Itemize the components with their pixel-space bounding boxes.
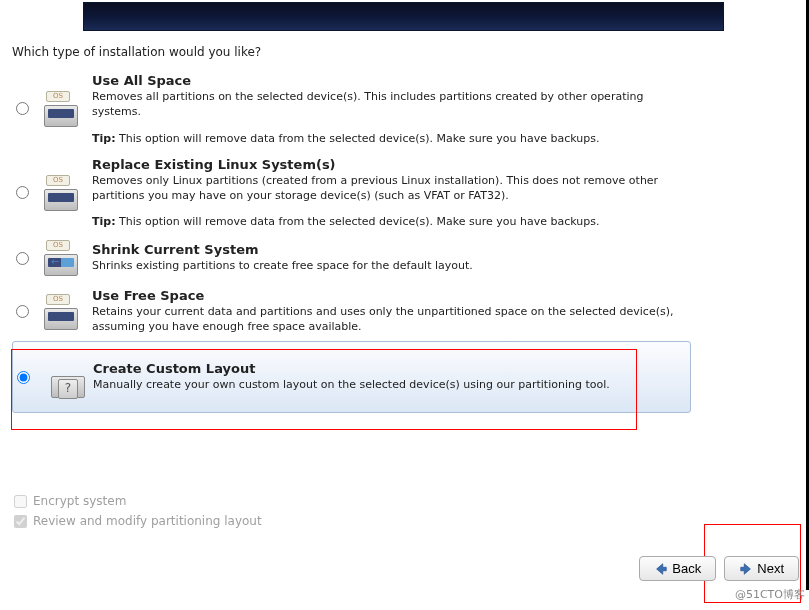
review-check-row: Review and modify partitioning layout [14, 514, 262, 528]
arrow-left-icon [654, 562, 668, 576]
watermark: @51CTO博客 [735, 587, 805, 602]
option-title: Shrink Current System [92, 242, 689, 257]
shrink-drive-icon: OS [44, 240, 78, 276]
radio-cell [13, 371, 33, 384]
icon-cell: OS [36, 240, 86, 276]
option-text: Shrink Current System Shrinks existing p… [92, 242, 689, 274]
drive-icon: OS [44, 91, 78, 127]
option-desc: Manually create your own custom layout o… [93, 378, 680, 393]
bottom-checks: Encrypt system Review and modify partiti… [14, 494, 262, 534]
svg-marker-0 [657, 563, 667, 574]
option-text: Use All Space Removes all partitions on … [92, 73, 689, 145]
option-title: Use Free Space [92, 288, 689, 303]
drive-icon: OS [44, 175, 78, 211]
tip-text: This option will remove data from the se… [119, 215, 599, 228]
option-shrink[interactable]: OS Shrink Current System Shrinks existin… [12, 234, 699, 282]
arrow-right-icon [739, 562, 753, 576]
tip-label: Tip: [92, 132, 116, 145]
question-drive-icon: OS [51, 362, 85, 398]
top-banner [83, 2, 724, 31]
option-text: Create Custom Layout Manually create you… [93, 361, 680, 393]
icon-cell: OS [37, 348, 87, 406]
radio-cell [12, 102, 32, 115]
radio-use-all-space[interactable] [16, 102, 29, 115]
option-text: Replace Existing Linux System(s) Removes… [92, 157, 689, 229]
nav-buttons: Back Next [639, 556, 799, 581]
option-title: Replace Existing Linux System(s) [92, 157, 689, 172]
option-tip: Tip: This option will remove data from t… [92, 215, 689, 228]
next-button[interactable]: Next [724, 556, 799, 581]
tip-text: This option will remove data from the se… [119, 132, 599, 145]
svg-marker-1 [741, 563, 751, 574]
next-label: Next [757, 561, 784, 576]
radio-custom-layout[interactable] [17, 371, 30, 384]
radio-shrink[interactable] [16, 252, 29, 265]
encrypt-label: Encrypt system [33, 494, 126, 508]
installation-question: Which type of installation would you lik… [12, 45, 809, 59]
radio-free-space[interactable] [16, 305, 29, 318]
icon-cell: OS [36, 175, 86, 211]
icon-cell: OS [36, 91, 86, 127]
review-label: Review and modify partitioning layout [33, 514, 262, 528]
install-type-list: OS Use All Space Removes all partitions … [12, 67, 809, 413]
option-desc: Removes all partitions on the selected d… [92, 90, 689, 120]
radio-cell [12, 186, 32, 199]
review-checkbox[interactable] [14, 515, 27, 528]
option-replace-linux[interactable]: OS Replace Existing Linux System(s) Remo… [12, 151, 699, 235]
option-tip: Tip: This option will remove data from t… [92, 132, 689, 145]
option-desc: Retains your current data and partitions… [92, 305, 689, 335]
encrypt-checkbox[interactable] [14, 495, 27, 508]
option-desc: Removes only Linux partitions (created f… [92, 174, 689, 204]
option-free-space[interactable]: OS Use Free Space Retains your current d… [12, 282, 699, 341]
icon-cell: OS [36, 294, 86, 330]
radio-cell [12, 305, 32, 318]
option-desc: Shrinks existing partitions to create fr… [92, 259, 689, 274]
option-title: Create Custom Layout [93, 361, 680, 376]
back-button[interactable]: Back [639, 556, 716, 581]
tip-label: Tip: [92, 215, 116, 228]
option-custom-layout[interactable]: OS Create Custom Layout Manually create … [12, 341, 691, 413]
encrypt-check-row: Encrypt system [14, 494, 262, 508]
option-text: Use Free Space Retains your current data… [92, 288, 689, 335]
radio-cell [12, 252, 32, 265]
back-label: Back [672, 561, 701, 576]
drive-icon: OS [44, 294, 78, 330]
option-title: Use All Space [92, 73, 689, 88]
radio-replace-linux[interactable] [16, 186, 29, 199]
option-use-all-space[interactable]: OS Use All Space Removes all partitions … [12, 67, 699, 151]
